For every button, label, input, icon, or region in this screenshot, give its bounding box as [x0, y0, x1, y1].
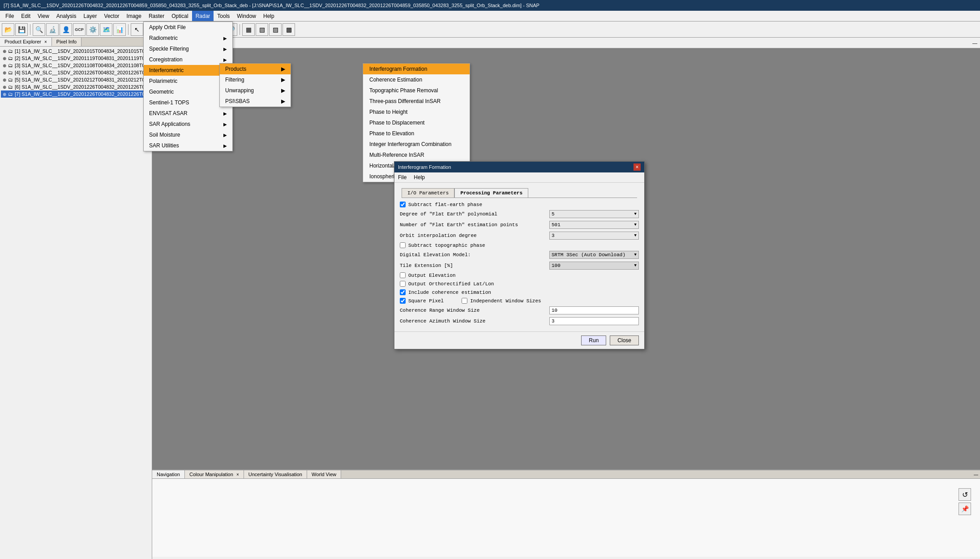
interferometric-psi-sbas[interactable]: PSI\SBAS ▶	[220, 96, 291, 107]
product-item[interactable]: ⊕ 🗂 [5] S1A_IW_SLC__1SDV_20210212T004831…	[1, 76, 151, 83]
menu-interferogram-formation[interactable]: Interferogram Formation	[363, 64, 470, 74]
tab-world-view[interactable]: World View	[307, 470, 341, 478]
three-pass-differential-label: Three-pass Differential InSAR	[369, 98, 441, 104]
radar-sar-utilities[interactable]: SAR Utilities ▶	[144, 140, 232, 151]
tb-analyze[interactable]: 🔬	[46, 23, 59, 36]
pin2-icon[interactable]: 📌	[959, 503, 971, 515]
subtract-topographic-checkbox[interactable]	[400, 242, 406, 248]
tb-open[interactable]: 📂	[2, 23, 14, 36]
square-pixel-checkbox[interactable]	[400, 298, 406, 304]
output-elevation-checkbox[interactable]	[400, 272, 406, 278]
minimize-btn[interactable]: —	[972, 40, 977, 46]
coherence-azimuth-field[interactable]: 3	[549, 317, 639, 325]
product-item[interactable]: ⊕ 🗂 [1] S1A_IW_SLC__1SDV_20201015T004834…	[1, 47, 151, 55]
tb-settings[interactable]: ⚙️	[86, 23, 99, 36]
product-item[interactable]: ⊕ 🗂 [7] S1A_IW_SLC__1SDV_20201226T004832…	[1, 90, 151, 98]
tab-colour-manipulation[interactable]: Colour Manipulation ×	[185, 470, 244, 478]
topographic-phase-removal-label: Topographic Phase Removal	[369, 87, 438, 94]
tb-graph[interactable]: 📊	[113, 23, 126, 36]
product-explorer-close[interactable]: ×	[44, 39, 47, 44]
menu-coherence-estimation[interactable]: Coherence Estimation	[363, 74, 470, 85]
dem-label: Digital Elevation Model:	[400, 252, 549, 258]
tile-extension-field[interactable]: 100 ▼	[549, 262, 639, 270]
menu-phase-to-displacement[interactable]: Phase to Displacement	[363, 117, 470, 128]
sar-utilities-label: SAR Utilities	[149, 142, 179, 149]
tb-gcp[interactable]: GCP	[73, 23, 86, 36]
menu-phase-to-height[interactable]: Phase to Height	[363, 107, 470, 117]
menu-file[interactable]: File	[2, 11, 17, 21]
tb-grid[interactable]: 🗺️	[100, 23, 112, 36]
estimation-points-field[interactable]: 501 ▼	[549, 221, 639, 229]
tb-view3[interactable]: ▨	[269, 23, 282, 36]
dialog-close-btn[interactable]: ×	[633, 163, 641, 171]
tab-navigation[interactable]: Navigation	[152, 470, 185, 478]
radar-radiometric[interactable]: Radiometric ▶	[144, 33, 232, 43]
product-item[interactable]: ⊕ 🗂 [2] S1A_IW_SLC__1SDV_20201119T004831…	[1, 55, 151, 62]
menu-analysis[interactable]: Analysis	[53, 11, 80, 21]
tb-save[interactable]: 💾	[15, 23, 28, 36]
tab-pixel-info[interactable]: Pixel Info	[52, 38, 81, 46]
menu-layer[interactable]: Layer	[80, 11, 101, 21]
menu-edit[interactable]: Edit	[17, 11, 34, 21]
menu-optical[interactable]: Optical	[168, 11, 192, 21]
menu-view[interactable]: View	[34, 11, 53, 21]
radar-envisat-asar[interactable]: ENVISAT ASAR ▶	[144, 108, 232, 119]
product-item[interactable]: ⊕ 🗂 [4] S1A_IW_SLC__1SDV_20201226T004832…	[1, 69, 151, 76]
close-button[interactable]: Close	[610, 335, 639, 345]
menu-tools[interactable]: Tools	[214, 11, 233, 21]
menu-multi-reference-insar[interactable]: Multi-Reference InSAR	[363, 150, 470, 160]
radar-soil-moisture[interactable]: Soil Moisture ▶	[144, 129, 232, 140]
independent-window-sizes-checkbox[interactable]	[462, 298, 467, 304]
dialog-menu-file[interactable]: File	[396, 173, 408, 181]
tb-view4[interactable]: ▩	[282, 23, 295, 36]
dem-field[interactable]: SRTM 3Sec (Auto Download) ▼	[549, 251, 639, 259]
dialog-menu-help[interactable]: Help	[412, 173, 427, 181]
menu-radar[interactable]: Radar	[192, 11, 214, 21]
menu-image[interactable]: Image	[123, 11, 145, 21]
menu-raster[interactable]: Raster	[145, 11, 168, 21]
bottom-panel-minimize-btn[interactable]: —	[974, 472, 978, 477]
product-item[interactable]: ⊕ 🗂 [6] S1A_IW_SLC__1SDV_20201226T004832…	[1, 83, 151, 90]
menu-vector[interactable]: Vector	[101, 11, 123, 21]
rotate-icon[interactable]: ↺	[959, 488, 971, 501]
colour-manipulation-close[interactable]: ×	[236, 472, 239, 477]
bottom-panel: Navigation Colour Manipulation × Uncerta…	[152, 469, 980, 559]
interferometric-products[interactable]: Products ▶	[220, 64, 291, 74]
subtract-flat-earth-checkbox[interactable]	[400, 202, 406, 207]
menu-topographic-phase-removal[interactable]: Topographic Phase Removal	[363, 85, 470, 96]
include-coherence-checkbox[interactable]	[400, 289, 406, 295]
product-list[interactable]: ⊕ 🗂 [1] S1A_IW_SLC__1SDV_20201015T004834…	[0, 47, 152, 559]
interferometric-unwrapping[interactable]: Unwrapping ▶	[220, 85, 291, 96]
coherence-range-field[interactable]: 10	[549, 306, 639, 314]
radar-sar-applications[interactable]: SAR Applications ▶	[144, 119, 232, 129]
orbit-interpolation-field[interactable]: 3 ▼	[549, 232, 639, 240]
output-orthorectified-checkbox[interactable]	[400, 281, 406, 287]
menu-integer-interferogram[interactable]: Integer Interferogram Combination	[363, 139, 470, 150]
interferometric-filtering[interactable]: Filtering ▶	[220, 74, 291, 85]
interferogram-formation-dialog: Interferogram Formation × File Help I/O …	[394, 161, 645, 349]
view3-icon: ▨	[273, 26, 278, 33]
radar-speckle-filtering[interactable]: Speckle Filtering ▶	[144, 43, 232, 54]
tb-user[interactable]: 👤	[60, 23, 72, 36]
run-button[interactable]: Run	[581, 335, 606, 345]
filtering-arrow: ▶	[281, 77, 285, 83]
product-item[interactable]: ⊕ 🗂 [3] S1A_IW_SLC__1SDV_20201108T004834…	[1, 62, 151, 69]
tb-view1[interactable]: ▦	[242, 23, 255, 36]
menu-help[interactable]: Help	[260, 11, 278, 21]
radar-apply-orbit[interactable]: Apply Orbit File	[144, 22, 232, 33]
tab-processing-parameters[interactable]: Processing Parameters	[454, 188, 528, 198]
tb-zoom[interactable]: 🔍	[33, 23, 45, 36]
dialog-title-text: Interferogram Formation	[398, 164, 451, 170]
tab-io-parameters[interactable]: I/O Parameters	[402, 188, 454, 198]
panel-tabs: Product Explorer × Pixel Info	[0, 38, 152, 47]
zoom-icon: 🔍	[35, 26, 43, 33]
product-label-3: [3] S1A_IW_SLC__1SDV_20201108T004834_202…	[15, 63, 145, 68]
tb-arrow[interactable]: ↖	[131, 23, 143, 36]
tb-view2[interactable]: ▧	[256, 23, 268, 36]
menu-phase-to-elevation[interactable]: Phase to Elevation	[363, 128, 470, 139]
menu-window[interactable]: Window	[233, 11, 260, 21]
degree-field[interactable]: 5 ▼	[549, 210, 639, 218]
menu-three-pass-differential[interactable]: Three-pass Differential InSAR	[363, 96, 470, 107]
tab-uncertainty-visualisation[interactable]: Uncertainty Visualisation	[244, 470, 307, 478]
tab-product-explorer[interactable]: Product Explorer ×	[0, 38, 52, 46]
